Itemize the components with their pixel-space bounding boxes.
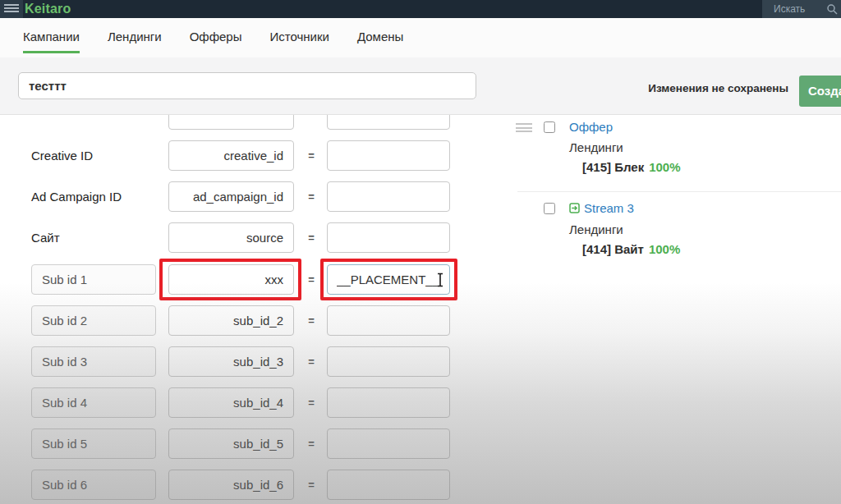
param-key-input[interactable] xyxy=(168,387,294,418)
param-key-input[interactable] xyxy=(168,115,294,130)
tab-domains[interactable]: Домены xyxy=(357,30,403,53)
param-value-input[interactable] xyxy=(327,305,450,336)
param-key-input[interactable] xyxy=(168,470,294,500)
form-row-sub-id-5: Sub id 5 = xyxy=(0,428,486,459)
stream-title-text: Stream 3 xyxy=(584,201,634,215)
param-label-box: Sub id 6 xyxy=(31,470,156,500)
brand-logo: Keitaro xyxy=(25,0,71,18)
form-row-creative-id: Creative ID = xyxy=(0,140,486,171)
campaign-name-input[interactable] xyxy=(18,72,476,99)
param-key-input[interactable] xyxy=(168,222,294,253)
equals-sign: = xyxy=(302,264,320,295)
param-label-box: Sub id 5 xyxy=(31,428,156,459)
main-nav-tabs: Кампании Лендинги Офферы Источники Домен… xyxy=(0,18,841,57)
stream-divider xyxy=(517,191,841,192)
param-label-box: Sub id 4 xyxy=(31,387,156,418)
search-icon xyxy=(826,3,838,15)
form-row-sub-id-2: Sub id 2 = xyxy=(0,305,486,336)
equals-sign: = xyxy=(302,305,320,336)
top-header: Keitaro Искать xyxy=(0,0,841,18)
param-label-box: Sub id 3 xyxy=(31,346,156,377)
menu-icon[interactable] xyxy=(0,0,23,18)
campaign-editor-content: Creative ID = Ad Campaign ID = Сайт = Su… xyxy=(0,115,841,504)
tab-sources[interactable]: Источники xyxy=(269,30,329,53)
equals-sign: = xyxy=(302,222,320,253)
stream-checkbox[interactable] xyxy=(544,121,555,133)
tab-campaigns[interactable]: Кампании xyxy=(23,30,80,53)
landing-share-percent: 100% xyxy=(649,160,680,174)
param-label: Ad Campaign ID xyxy=(31,181,122,212)
param-value-input[interactable] xyxy=(327,115,450,130)
param-key-input[interactable] xyxy=(168,305,294,336)
stream-landing-item[interactable]: [415] Блек100% xyxy=(582,160,681,174)
stream-link-offer[interactable]: Оффер xyxy=(569,120,613,134)
form-row-sub-id-4: Sub id 4 = xyxy=(0,387,486,418)
form-row-sub-id-6: Sub id 6 = xyxy=(0,470,486,500)
param-key-input[interactable] xyxy=(168,264,294,295)
landing-name: [415] Блек xyxy=(582,160,644,174)
stream-link-stream-3[interactable]: Stream 3 xyxy=(569,201,634,215)
equals-sign: = xyxy=(302,140,320,171)
param-label-box: Sub id 1 xyxy=(31,264,156,295)
form-row-ad-campaign-id: Ad Campaign ID = xyxy=(0,181,486,212)
campaign-toolbar: Изменения не сохранены Создать xyxy=(0,57,841,115)
search-placeholder: Искать xyxy=(774,3,805,15)
form-row-sub-id-1: Sub id 1 = xyxy=(0,264,486,295)
search-input[interactable]: Искать xyxy=(762,0,841,18)
stream-landings-label: Лендинги xyxy=(569,140,623,154)
stream-landings-label: Лендинги xyxy=(569,222,623,236)
streams-panel: Оффер Лендинги [415] Блек100% Stream 3 Л… xyxy=(486,115,841,328)
param-value-input[interactable] xyxy=(327,181,450,212)
equals-sign: = xyxy=(302,181,320,212)
param-value-input[interactable] xyxy=(327,470,450,500)
form-row-partial xyxy=(0,115,486,130)
stream-checkbox[interactable] xyxy=(544,203,555,214)
equals-sign: = xyxy=(302,470,320,500)
param-value-input[interactable] xyxy=(327,346,450,377)
param-label-box: Sub id 2 xyxy=(31,305,156,336)
equals-sign: = xyxy=(302,428,320,459)
stream-landing-item[interactable]: [414] Вайт100% xyxy=(582,242,680,256)
equals-sign: = xyxy=(302,387,320,418)
param-value-input[interactable] xyxy=(327,222,450,253)
param-value-input[interactable] xyxy=(327,264,450,295)
param-key-input[interactable] xyxy=(168,346,294,377)
form-row-site: Сайт = xyxy=(0,222,486,253)
equals-sign: = xyxy=(302,346,320,377)
landing-name: [414] Вайт xyxy=(582,242,644,256)
create-button[interactable]: Создать xyxy=(799,76,841,107)
i-beam-cursor-icon xyxy=(436,273,444,287)
param-key-input[interactable] xyxy=(168,181,294,212)
form-row-sub-id-3: Sub id 3 = xyxy=(0,346,486,377)
param-key-input[interactable] xyxy=(168,140,294,171)
param-label: Creative ID xyxy=(31,140,93,171)
param-label: Сайт xyxy=(31,222,60,253)
tab-landings[interactable]: Лендинги xyxy=(108,30,162,53)
param-value-input[interactable] xyxy=(327,387,450,418)
param-value-input[interactable] xyxy=(327,140,450,171)
unsaved-changes-status: Изменения не сохранены xyxy=(648,82,788,94)
tab-offers[interactable]: Офферы xyxy=(190,30,242,53)
param-key-input[interactable] xyxy=(168,428,294,459)
param-value-input[interactable] xyxy=(327,428,450,459)
enter-arrow-icon xyxy=(569,203,580,213)
landing-share-percent: 100% xyxy=(649,242,680,256)
keitaro-app-window: Keitaro Искать Кампании Лендинги Офферы … xyxy=(0,0,841,504)
drag-handle-icon[interactable] xyxy=(516,123,532,135)
